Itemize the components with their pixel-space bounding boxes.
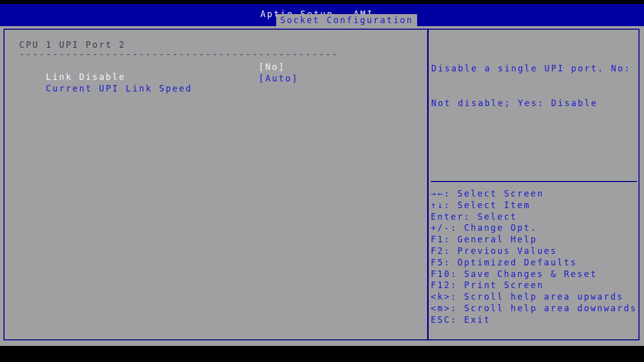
hotkey-line: ESC: Exit bbox=[431, 314, 642, 326]
section-title: CPU 1 UPI Port 2 bbox=[19, 40, 126, 50]
option-row-current-upi-link-speed[interactable]: Current UPI Link Speed [Auto] bbox=[19, 73, 412, 85]
bios-screen: { "window": { "title": "Aptio Setup – AM… bbox=[0, 0, 644, 362]
help-description-line: Not disable; Yes: Disable bbox=[431, 98, 639, 109]
panel-divider bbox=[427, 29, 429, 340]
option-label: Current UPI Link Speed bbox=[46, 83, 192, 94]
hotkey-line: F12: Print Screen bbox=[431, 280, 642, 291]
hotkey-line: F5: Optimized Defaults bbox=[431, 257, 642, 268]
hotkey-line: ↑↓: Select Item bbox=[431, 200, 642, 211]
hotkey-line: Enter: Select bbox=[431, 211, 642, 223]
tab-socket-configuration[interactable]: Socket Configuration bbox=[276, 14, 417, 26]
option-row-link-disable[interactable]: Link Disable [No] bbox=[19, 62, 412, 73]
option-value: [Auto] bbox=[259, 73, 298, 83]
hotkey-line: F2: Previous Values bbox=[431, 245, 642, 257]
hotkey-line: <k>: Scroll help area upwards bbox=[431, 291, 642, 303]
hotkey-legend: →←: Select Screen ↑↓: Select Item Enter:… bbox=[431, 188, 642, 326]
hotkey-line: →←: Select Screen bbox=[431, 188, 642, 200]
section-separator: ----------------------------------------… bbox=[19, 49, 339, 59]
hotkey-line: F10: Save Changes & Reset bbox=[431, 268, 642, 280]
hotkey-line: F1: General Help bbox=[431, 234, 642, 245]
help-description-line: Disable a single UPI port. No: bbox=[431, 63, 639, 74]
hotkey-line: <m>: Scroll help area downwards bbox=[431, 303, 642, 314]
help-description: Disable a single UPI port. No: Not disab… bbox=[431, 40, 639, 132]
hotkey-line: +/-: Change Opt. bbox=[431, 222, 642, 234]
help-divider bbox=[431, 181, 637, 182]
option-value: [No] bbox=[259, 62, 285, 72]
